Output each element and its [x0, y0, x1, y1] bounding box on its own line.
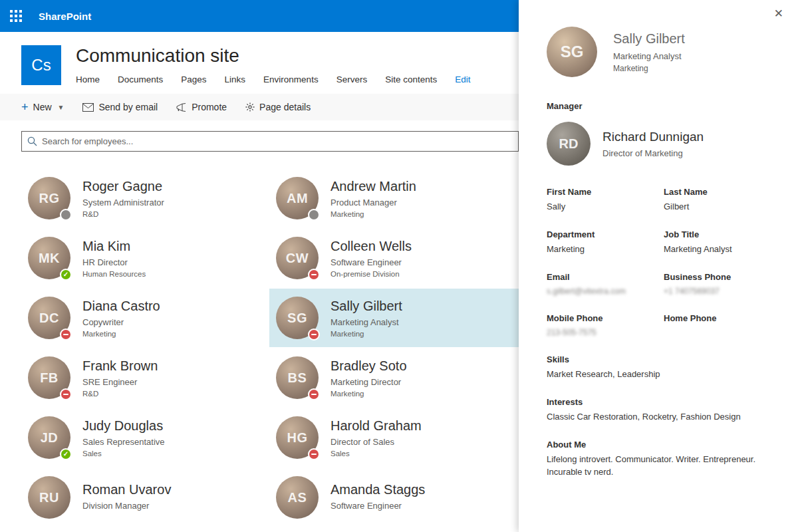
employee-row[interactable]: AS Amanda StaggsSoftware Engineer [269, 468, 519, 527]
suite-app-name: SharePoint [39, 11, 91, 22]
search-row [21, 131, 519, 152]
employee-name: Colleen Wells [331, 239, 412, 254]
presence-badge [60, 448, 72, 460]
employee-row[interactable]: RG Roger GagneSystem AdministratorR&D [21, 169, 269, 227]
nav-item-environments[interactable]: Environments [263, 74, 319, 88]
employee-row-selected[interactable]: SG Sally GilbertMarketing AnalystMarketi… [269, 289, 519, 347]
employee-name: Sally Gilbert [331, 299, 402, 314]
employee-row[interactable]: RU Roman UvarovDivision Manager [21, 468, 269, 527]
employee-department: Marketing [82, 330, 160, 338]
avatar: HG [276, 416, 319, 459]
employee-row[interactable]: MK Mia KimHR DirectorHuman Resources [21, 229, 269, 287]
nav-item-servers[interactable]: Servers [336, 74, 368, 88]
employee-department: Marketing [331, 390, 407, 398]
presence-badge [308, 269, 320, 281]
employee-title: Division Manager [82, 501, 171, 511]
site-title: Communication site [76, 45, 488, 66]
manager-section-label: Manager [547, 101, 778, 111]
employee-title: Product Manager [331, 198, 416, 207]
manager-avatar: RD [547, 122, 591, 166]
send-by-email-label: Send by email [98, 102, 158, 112]
person-job-title: Marketing Analyst [613, 51, 685, 61]
person-header: SG Sally Gilbert Marketing Analyst Marke… [547, 27, 778, 77]
search-input[interactable] [42, 136, 513, 146]
avatar: JD [28, 416, 70, 459]
nav-item-links[interactable]: Links [225, 74, 246, 88]
person-department: Marketing [613, 64, 685, 73]
close-icon[interactable]: ✕ [774, 8, 783, 19]
employee-department: Sales [331, 450, 422, 458]
megaphone-icon [176, 103, 187, 112]
employee-list: RG Roger GagneSystem AdministratorR&D AM… [21, 169, 519, 527]
employee-name: Harold Graham [331, 418, 422, 434]
employee-row[interactable]: AM Andrew MartinProduct ManagerMarketing [269, 169, 519, 227]
presence-badge [308, 388, 320, 400]
avatar: AS [276, 476, 319, 519]
employee-row[interactable]: BS Bradley SotoMarketing DirectorMarketi… [269, 348, 519, 407]
presence-badge [60, 388, 72, 400]
employee-row[interactable]: HG Harold GrahamDirector of SalesSales [269, 408, 519, 467]
app-launcher-waffle-icon[interactable] [0, 0, 32, 32]
manager-card[interactable]: RD Richard Dunnigan Director of Marketin… [547, 122, 778, 166]
field-first-name: First Name Sally [547, 187, 664, 213]
avatar: AM [276, 177, 319, 219]
command-bar: + New ▼ Send by email Promote P [0, 94, 519, 120]
avatar: RG [28, 177, 70, 219]
nav-item-site-contents[interactable]: Site contents [385, 74, 437, 88]
employee-department: Sales [82, 450, 165, 458]
site-header: Cs Communication site Home Documents Pag… [0, 32, 519, 88]
site-logo[interactable]: Cs [21, 45, 61, 85]
employee-name: Amanda Staggs [331, 482, 425, 497]
envelope-icon [82, 103, 94, 112]
employee-title: Copywriter [82, 317, 160, 327]
manager-job-title: Director of Marketing [602, 148, 704, 158]
employee-department: Marketing [331, 210, 416, 218]
employee-row[interactable]: CW Colleen WellsSoftware EngineerOn-prem… [269, 229, 519, 287]
avatar: RU [28, 476, 70, 519]
employee-name: Judy Douglas [82, 418, 165, 434]
app-root: SharePoint Cs Communication site Home Do… [0, 0, 798, 532]
manager-name: Richard Dunnigan [602, 130, 704, 144]
presence-badge [60, 209, 72, 221]
person-fields: First Name Sally Last Name Gilbert Depar… [547, 187, 778, 479]
employee-department: R&D [82, 390, 158, 398]
avatar: CW [276, 237, 319, 279]
employee-row[interactable]: JD Judy DouglasSales RepresentativeSales [21, 408, 269, 467]
nav-item-home[interactable]: Home [76, 74, 100, 88]
presence-badge [60, 269, 72, 281]
employee-title: Software Engineer [331, 501, 425, 511]
page-details-button[interactable]: Page details [245, 102, 311, 112]
new-button[interactable]: + New ▼ [21, 101, 64, 113]
presence-badge [308, 209, 320, 221]
employee-department: R&D [82, 210, 164, 218]
promote-button[interactable]: Promote [176, 102, 227, 112]
plus-icon: + [21, 101, 29, 113]
field-interests: Interests Classic Car Restoration, Rocke… [547, 397, 778, 424]
field-skills: Skills Market Research, Leadership [547, 354, 778, 381]
employee-title: Software Engineer [331, 257, 412, 267]
main-area: SharePoint Cs Communication site Home Do… [0, 0, 519, 532]
presence-badge [60, 329, 72, 340]
send-by-email-button[interactable]: Send by email [82, 102, 158, 112]
nav-item-pages[interactable]: Pages [181, 74, 206, 88]
person-name: Sally Gilbert [613, 31, 685, 47]
employee-row[interactable]: FB Frank BrownSRE EngineerR&D [21, 348, 269, 407]
search-icon [27, 136, 37, 146]
employee-title: Marketing Analyst [331, 317, 402, 327]
employee-name: Mia Kim [82, 239, 146, 254]
employee-name: Roger Gagne [82, 179, 164, 194]
field-email: Email s.gilbert@vitextra.com [547, 272, 664, 297]
avatar: BS [276, 356, 319, 399]
presence-badge [308, 329, 320, 340]
field-department: Department Marketing [547, 229, 664, 256]
field-job-title: Job Title Marketing Analyst [664, 229, 778, 256]
search-box [21, 131, 519, 152]
employee-title: Marketing Director [331, 377, 407, 387]
employee-title: System Administrator [82, 198, 164, 207]
employee-name: Bradley Soto [331, 358, 407, 374]
field-business-phone: Business Phone +1 7407569037 [664, 272, 778, 297]
employee-row[interactable]: DC Diana CastroCopywriterMarketing [21, 289, 269, 347]
nav-item-edit[interactable]: Edit [455, 74, 470, 88]
employee-title: Director of Sales [331, 437, 422, 447]
nav-item-documents[interactable]: Documents [118, 74, 163, 88]
